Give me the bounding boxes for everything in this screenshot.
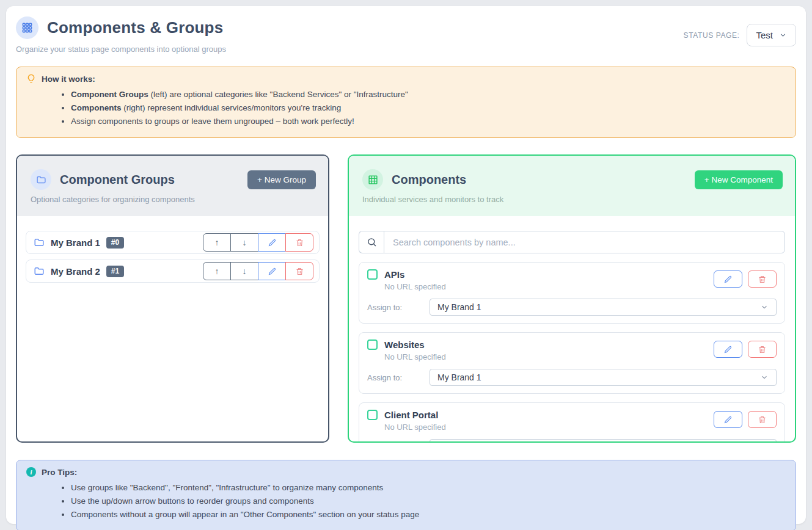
assign-group-select[interactable]: My Brand 2 [430,439,777,443]
delete-group-button[interactable] [285,262,313,280]
list-item: Components without a group will appear i… [71,508,786,521]
move-down-button[interactable]: ↓ [230,233,258,252]
info-icon: i [26,467,36,477]
folder-icon [34,266,45,277]
list-item: Component Groups (left) are optional cat… [71,88,786,101]
list-item: Components (right) represent individual … [71,101,786,115]
groups-panel-title: Component Groups [60,173,175,187]
chevron-down-icon [760,303,769,311]
group-name: My Brand 2 [51,266,100,277]
new-group-button[interactable]: + New Group [247,170,316,189]
list-item: Use groups like "Backend", "Frontend", "… [71,481,786,495]
pencil-icon [723,275,733,284]
pro-tips-box: i Pro Tips: Use groups like "Backend", "… [16,460,796,530]
folder-icon [31,169,51,190]
status-page-label: STATUS PAGE: [684,31,740,40]
delete-group-button[interactable] [285,233,313,252]
how-it-works-list: Component Groups (left) are optional cat… [26,88,786,128]
table-grid-icon [362,169,383,190]
pencil-icon [268,267,277,276]
component-name: Client Portal [384,410,438,420]
component-name: Websites [384,339,425,350]
trash-icon [295,238,304,247]
component-card: APIs No URL specified [359,262,785,324]
search-icon [359,231,384,253]
components-panel-title: Components [392,173,466,187]
edit-group-button[interactable] [258,233,286,252]
groups-panel-subtitle: Optional categories for organizing compo… [31,195,316,204]
delete-component-button[interactable] [748,411,777,428]
component-name: APIs [384,269,404,280]
folder-icon [34,237,45,248]
component-checkbox[interactable] [367,339,378,350]
status-page-select[interactable]: Test [747,24,796,46]
edit-component-button[interactable] [714,270,742,288]
edit-group-button[interactable] [258,262,286,280]
how-it-works-title: How it works: [42,74,95,84]
list-item: Assign components to groups or leave the… [71,115,786,128]
trash-icon [758,345,767,354]
pro-tips-title: Pro Tips: [42,468,77,477]
trash-icon [758,275,767,284]
page-header: Components & Groups Organize your status… [16,16,796,54]
pencil-icon [723,345,733,354]
page-title: Components & Groups [47,18,223,37]
assigned-group-value: My Brand 1 [437,302,481,312]
delete-component-button[interactable] [748,341,777,358]
component-card: Client Portal No URL specified [359,402,785,443]
move-up-button[interactable]: ↑ [203,262,231,280]
assign-group-select[interactable]: My Brand 1 [430,369,777,386]
component-checkbox[interactable] [367,269,378,280]
assign-group-select[interactable]: My Brand 1 [430,299,777,316]
new-component-button[interactable]: + New Component [695,170,783,189]
pro-tips-list: Use groups like "Backend", "Frontend", "… [26,481,786,521]
trash-icon [758,415,767,424]
how-it-works-box: How it works: Component Groups (left) ar… [16,67,796,138]
assign-to-label: Assign to: [367,373,421,382]
component-card: Websites No URL specified [359,332,785,394]
component-url-status: No URL specified [384,352,446,361]
list-item: Use the up/down arrow buttons to reorder… [71,495,786,508]
move-down-button[interactable]: ↓ [230,262,258,280]
component-groups-panel: Component Groups + New Group Optional ca… [16,154,329,443]
status-page-value: Test [756,30,773,40]
delete-component-button[interactable] [748,270,777,288]
search-input[interactable] [384,231,785,253]
main-card: Components & Groups Organize your status… [6,6,806,524]
component-search [359,231,785,253]
trash-icon [295,267,304,276]
group-row: My Brand 2 #1 ↑ ↓ [26,260,320,283]
lightbulb-icon [26,74,36,84]
group-order-badge: #0 [106,237,124,249]
group-name: My Brand 1 [51,238,100,248]
component-url-status: No URL specified [384,282,446,291]
pencil-icon [268,238,277,247]
page-subtitle: Organize your status page components int… [16,45,226,54]
components-panel: Components + New Component Individual se… [348,154,796,443]
assign-to-label: Assign to: [367,303,421,312]
apps-grid-icon [16,16,38,39]
edit-component-button[interactable] [714,341,742,358]
chevron-down-icon [760,373,769,382]
edit-component-button[interactable] [714,411,742,428]
component-url-status: No URL specified [384,423,446,432]
group-row: My Brand 1 #0 ↑ ↓ [26,231,320,254]
group-order-badge: #1 [106,266,124,277]
move-up-button[interactable]: ↑ [203,233,231,252]
pencil-icon [723,415,733,424]
components-panel-subtitle: Individual services and monitors to trac… [362,195,783,204]
assigned-group-value: My Brand 1 [437,372,481,382]
chevron-down-icon [779,31,787,39]
component-checkbox[interactable] [367,410,378,420]
